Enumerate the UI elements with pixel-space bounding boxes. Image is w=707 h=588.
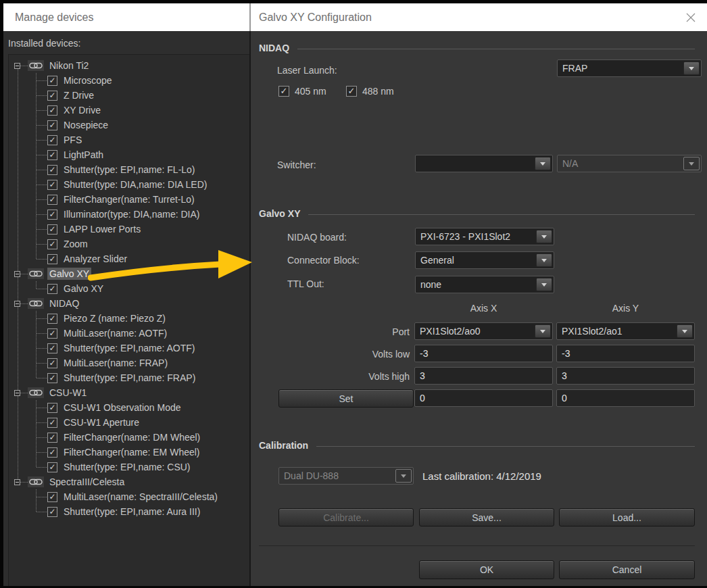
checkmark-icon[interactable]: ✓ xyxy=(47,224,57,235)
checkmark-icon[interactable]: ✓ xyxy=(346,86,357,97)
checkmark-icon[interactable]: ✓ xyxy=(47,462,57,472)
tree-item[interactable]: ✓MultiLaser(name: AOTF) xyxy=(9,326,249,341)
checkmark-icon[interactable]: ✓ xyxy=(47,150,57,160)
tree-item-label[interactable]: MultiLaser(name: FRAP) xyxy=(64,358,168,368)
tree-item-label[interactable]: CSU-W1 Aperture xyxy=(64,417,139,428)
tree-item[interactable]: ✓MultiLaser(name: FRAP) xyxy=(9,356,249,370)
checkmark-icon[interactable]: ✓ xyxy=(47,239,57,249)
collapse-icon[interactable] xyxy=(14,301,20,307)
tree-item-label[interactable]: Z Drive xyxy=(64,90,94,101)
tree-item[interactable]: ✓MultiLaser(name: SpectraIII/Celesta) xyxy=(9,489,249,504)
tree-item-label[interactable]: MultiLaser(name: SpectraIII/Celesta) xyxy=(64,491,218,502)
checkmark-icon[interactable]: ✓ xyxy=(47,165,57,175)
laser-488-checkbox[interactable]: ✓ 488 nm xyxy=(346,86,394,97)
checkmark-icon[interactable]: ✓ xyxy=(47,120,57,130)
tree-item[interactable]: ✓Piezo Z (name: Piezo Z) xyxy=(9,311,249,326)
cancel-button[interactable]: Cancel xyxy=(559,560,695,579)
switcher-dropdown[interactable] xyxy=(415,155,553,172)
checkmark-icon[interactable]: ✓ xyxy=(47,284,57,294)
checkmark-icon[interactable]: ✓ xyxy=(47,447,57,458)
laser-405-checkbox[interactable]: ✓ 405 nm xyxy=(278,86,326,97)
tree-item-label[interactable]: XY Drive xyxy=(64,105,101,116)
tree-item[interactable]: ✓LAPP Lower Ports xyxy=(9,222,249,237)
checkmark-icon[interactable]: ✓ xyxy=(47,507,57,517)
checkmark-icon[interactable]: ✓ xyxy=(47,433,57,443)
tree-item[interactable]: ✓Analyzer Slider xyxy=(9,251,249,266)
tree-item-label[interactable]: Shutter(type: EPI,name: Aura III) xyxy=(64,506,200,517)
connector-block-dropdown[interactable]: General xyxy=(415,251,554,269)
checkmark-icon[interactable]: ✓ xyxy=(47,373,57,383)
set-y-input[interactable] xyxy=(556,389,695,407)
tree-item[interactable]: ✓Microscope xyxy=(9,73,249,88)
set-button[interactable]: Set xyxy=(278,389,414,408)
tree-item[interactable]: ✓FilterChanger(name: EM Wheel) xyxy=(9,445,249,460)
tree-item-label[interactable]: LAPP Lower Ports xyxy=(64,224,141,235)
tree-item[interactable]: ✓Galvo XY xyxy=(9,281,249,296)
chevron-down-icon[interactable] xyxy=(677,324,693,338)
checkmark-icon[interactable]: ✓ xyxy=(47,343,57,353)
chevron-down-icon[interactable] xyxy=(683,62,700,75)
tree-item-label[interactable]: FilterChanger(name: DM Wheel) xyxy=(64,432,200,443)
tree-item-label[interactable]: CSU-W1 Observation Mode xyxy=(64,402,181,413)
volts-high-x-input[interactable] xyxy=(414,367,553,385)
checkmark-icon[interactable]: ✓ xyxy=(278,86,289,97)
chevron-down-icon[interactable] xyxy=(536,230,552,243)
tree-group-label[interactable]: Nikon Ti2 xyxy=(47,59,91,72)
checkmark-icon[interactable]: ✓ xyxy=(47,91,57,101)
ttl-out-dropdown[interactable]: none xyxy=(415,276,554,293)
tree-item-label[interactable]: Nosepiece xyxy=(64,120,108,130)
tree-item[interactable]: ✓FilterChanger(name: Turret-Lo) xyxy=(9,192,249,207)
tree-item[interactable]: ✓CSU-W1 Observation Mode xyxy=(9,400,249,415)
checkmark-icon[interactable]: ✓ xyxy=(47,210,57,220)
volts-low-y-input[interactable] xyxy=(556,345,695,362)
tree-item-label[interactable]: Shutter(type: EPI,name: AOTF) xyxy=(64,343,195,353)
tree-group-label[interactable]: Galvo XY xyxy=(47,268,91,280)
tree-item[interactable]: ✓Shutter(type: EPI,name: FRAP) xyxy=(9,370,249,385)
chevron-down-icon[interactable] xyxy=(536,253,552,267)
tree-item-label[interactable]: PFS xyxy=(64,134,82,145)
port-x-dropdown[interactable]: PXI1Slot2/ao0 xyxy=(414,322,553,340)
collapse-icon[interactable] xyxy=(14,479,20,485)
checkmark-icon[interactable]: ✓ xyxy=(47,328,57,339)
port-y-dropdown[interactable]: PXI1Slot2/ao1 xyxy=(556,322,695,340)
tree-item[interactable]: ✓Shutter(type: EPI,name: CSU) xyxy=(9,460,249,474)
checkmark-icon[interactable]: ✓ xyxy=(47,135,57,145)
volts-low-x-input[interactable] xyxy=(414,345,553,362)
tree-item[interactable]: ✓PFS xyxy=(9,132,249,147)
tree-item-label[interactable]: Shutter(type: EPI,name: CSU) xyxy=(64,462,191,472)
set-x-input[interactable] xyxy=(414,389,553,407)
tree-item[interactable]: ✓Shutter(type: EPI,name: Aura III) xyxy=(9,504,249,519)
tree-group-row[interactable]: SpectraIII/Celesta xyxy=(9,474,249,489)
tree-item-label[interactable]: Analyzer Slider xyxy=(64,253,127,264)
tree-item[interactable]: ✓Shutter(type: EPI,name: FL-Lo) xyxy=(9,162,249,177)
tree-item-label[interactable]: Illuminator(type: DIA,name: DIA) xyxy=(64,209,200,220)
checkmark-icon[interactable]: ✓ xyxy=(47,254,57,264)
tree-item-label[interactable]: Shutter(type: DIA,name: DIA LED) xyxy=(64,179,207,190)
tree-item[interactable]: ✓LightPath xyxy=(9,147,249,162)
tree-item[interactable]: ✓FilterChanger(name: DM Wheel) xyxy=(9,430,249,445)
tree-item-label[interactable]: Zoom xyxy=(64,239,88,249)
close-icon[interactable] xyxy=(683,9,699,26)
tree-item-label[interactable]: Piezo Z (name: Piezo Z) xyxy=(64,313,166,324)
checkmark-icon[interactable]: ✓ xyxy=(47,492,57,502)
chevron-down-icon[interactable] xyxy=(536,278,552,291)
tree-group-row[interactable]: NIDAQ xyxy=(9,296,249,311)
checkmark-icon[interactable]: ✓ xyxy=(47,418,57,428)
save-button[interactable]: Save... xyxy=(419,508,554,526)
tree-item-label[interactable]: Shutter(type: EPI,name: FRAP) xyxy=(64,372,195,383)
tree-group-row[interactable]: Galvo XY xyxy=(9,266,249,281)
tree-item-label[interactable]: FilterChanger(name: EM Wheel) xyxy=(64,447,200,458)
tree-item[interactable]: ✓XY Drive xyxy=(9,103,249,118)
collapse-icon[interactable] xyxy=(14,63,20,69)
chevron-down-icon[interactable] xyxy=(535,157,551,170)
checkmark-icon[interactable]: ✓ xyxy=(47,403,57,413)
tree-group-label[interactable]: SpectraIII/Celesta xyxy=(47,476,126,488)
tree-item-label[interactable]: LightPath xyxy=(64,149,103,160)
volts-high-y-input[interactable] xyxy=(556,367,695,385)
tree-item[interactable]: ✓Shutter(type: EPI,name: AOTF) xyxy=(9,341,249,356)
collapse-icon[interactable] xyxy=(14,390,20,396)
tree-item[interactable]: ✓Z Drive xyxy=(9,88,249,103)
checkmark-icon[interactable]: ✓ xyxy=(47,76,57,86)
tree-group-row[interactable]: CSU-W1 xyxy=(9,385,249,400)
collapse-icon[interactable] xyxy=(14,271,20,277)
